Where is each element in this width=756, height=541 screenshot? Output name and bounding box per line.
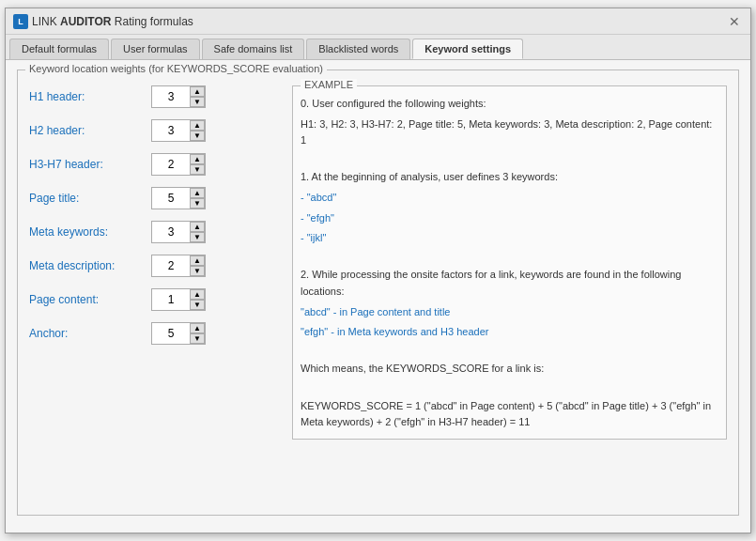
spinner-anchor: ▲ ▼ [151, 322, 206, 345]
field-row-anchor: Anchor: ▲ ▼ [29, 322, 273, 345]
example-line2: 1. At the beginning of analysis, user de… [301, 169, 718, 186]
tabs-bar: Default formulas User formulas Safe doma… [6, 35, 750, 60]
spinner-meta-desc: ▲ ▼ [151, 255, 206, 277]
spinner-btns-h2: ▲ ▼ [190, 120, 205, 141]
input-h3h7[interactable] [152, 154, 190, 175]
spinner-down-h1[interactable]: ▼ [190, 97, 205, 107]
left-panel: H1 header: ▲ ▼ H2 header: [29, 85, 273, 440]
spinner-up-h2[interactable]: ▲ [190, 120, 205, 131]
input-anchor[interactable] [152, 323, 190, 344]
input-h1[interactable] [152, 86, 190, 107]
window-title: LINK AUDITOR Rating formulas [32, 15, 193, 28]
example-line5: - "ijkl" [301, 230, 718, 247]
example-line9: Which means, the KEYWORDS_SCORE for a li… [301, 361, 718, 378]
spinner-btns-page-title: ▲ ▼ [190, 188, 205, 209]
spinner-down-h2[interactable]: ▼ [190, 131, 205, 141]
spinner-meta-keywords: ▲ ▼ [151, 221, 206, 243]
label-h3h7: H3-H7 header: [29, 158, 151, 171]
section-label: Keyword location weights (for KEYWORDS_S… [25, 63, 327, 74]
tab-user-formulas[interactable]: User formulas [111, 39, 199, 59]
spinner-down-h3h7[interactable]: ▼ [190, 164, 205, 175]
inner-content: H1 header: ▲ ▼ H2 header: [29, 85, 727, 440]
spinner-btns-h1: ▲ ▼ [190, 86, 205, 107]
label-h2: H2 header: [29, 124, 151, 137]
example-content: 0. User configured the following weights… [301, 96, 718, 431]
spinner-down-page-title[interactable]: ▼ [190, 198, 205, 209]
main-window: L LINK AUDITOR Rating formulas ✕ Default… [5, 8, 751, 533]
spinner-down-meta-keywords[interactable]: ▼ [190, 232, 205, 242]
spinner-btns-page-content: ▲ ▼ [190, 289, 205, 310]
spinner-h2: ▲ ▼ [151, 119, 206, 142]
example-line8: "efgh" - in Meta keywords and H3 header [301, 324, 718, 341]
spinner-page-title: ▲ ▼ [151, 187, 206, 209]
title-bar-left: L LINK AUDITOR Rating formulas [13, 14, 193, 29]
spinner-down-anchor[interactable]: ▼ [190, 333, 205, 344]
spinner-btns-anchor: ▲ ▼ [190, 323, 205, 344]
title-bar: L LINK AUDITOR Rating formulas ✕ [6, 8, 750, 35]
spinner-btns-meta-desc: ▲ ▼ [190, 255, 205, 276]
app-icon: L [13, 14, 28, 29]
spinner-up-anchor[interactable]: ▲ [190, 323, 205, 333]
input-page-content[interactable] [152, 289, 190, 310]
spinner-h3h7: ▲ ▼ [151, 153, 206, 176]
label-h1: H1 header: [29, 90, 151, 103]
spinner-up-meta-desc[interactable]: ▲ [190, 255, 205, 266]
label-page-content: Page content: [29, 293, 151, 306]
spinner-up-meta-keywords[interactable]: ▲ [190, 222, 205, 232]
example-line4: - "efgh" [301, 210, 718, 227]
title-prefix: LINK [32, 15, 60, 28]
field-row-h3h7: H3-H7 header: ▲ ▼ [29, 153, 273, 176]
field-row-meta-keywords: Meta keywords: ▲ ▼ [29, 221, 273, 243]
spinner-up-h3h7[interactable]: ▲ [190, 154, 205, 164]
tab-blacklisted-words[interactable]: Blacklisted words [306, 39, 410, 59]
tab-default-formulas[interactable]: Default formulas [9, 39, 109, 59]
spinner-down-page-content[interactable]: ▼ [190, 300, 205, 310]
field-row-h2: H2 header: ▲ ▼ [29, 119, 273, 142]
label-meta-keywords: Meta keywords: [29, 225, 151, 239]
field-row-h1: H1 header: ▲ ▼ [29, 85, 273, 108]
example-line7: "abcd" - in Page content and title [301, 304, 718, 321]
spinner-btns-meta-keywords: ▲ ▼ [190, 222, 205, 242]
tab-safe-domains[interactable]: Safe domains list [202, 39, 305, 59]
input-meta-desc[interactable] [152, 255, 190, 276]
field-row-meta-desc: Meta description: ▲ ▼ [29, 255, 273, 277]
title-bold: AUDITOR [60, 15, 111, 28]
spinner-down-meta-desc[interactable]: ▼ [190, 266, 205, 276]
close-button[interactable]: ✕ [726, 13, 743, 30]
example-line6: 2. While processing the onsite factors f… [301, 267, 718, 300]
spinner-h1: ▲ ▼ [151, 85, 206, 108]
label-anchor: Anchor: [29, 327, 151, 340]
keyword-weights-section: Keyword location weights (for KEYWORDS_S… [17, 70, 739, 516]
spinner-up-page-title[interactable]: ▲ [190, 188, 205, 198]
tab-keyword-settings[interactable]: Keyword settings [412, 39, 523, 59]
field-row-page-title: Page title: ▲ ▼ [29, 187, 273, 209]
example-line3: - "abcd" [301, 190, 718, 207]
spinner-up-page-content[interactable]: ▲ [190, 289, 205, 300]
input-h2[interactable] [152, 120, 190, 141]
title-suffix: Rating formulas [111, 15, 193, 28]
example-panel: EXAMPLE 0. User configured the following… [292, 85, 727, 440]
example-line0: 0. User configured the following weights… [301, 96, 718, 113]
main-content: Keyword location weights (for KEYWORDS_S… [6, 60, 750, 533]
example-line10: KEYWORDS_SCORE = 1 ("abcd" in Page conte… [301, 398, 718, 431]
spinner-up-h1[interactable]: ▲ [190, 86, 205, 97]
example-line1: H1: 3, H2: 3, H3-H7: 2, Page title: 5, M… [301, 116, 718, 149]
input-meta-keywords[interactable] [152, 222, 190, 242]
label-meta-desc: Meta description: [29, 259, 151, 272]
label-page-title: Page title: [29, 192, 151, 205]
field-row-page-content: Page content: ▲ ▼ [29, 288, 273, 311]
spinner-page-content: ▲ ▼ [151, 288, 206, 311]
input-page-title[interactable] [152, 188, 190, 209]
spinner-btns-h3h7: ▲ ▼ [190, 154, 205, 175]
example-label: EXAMPLE [301, 79, 357, 90]
